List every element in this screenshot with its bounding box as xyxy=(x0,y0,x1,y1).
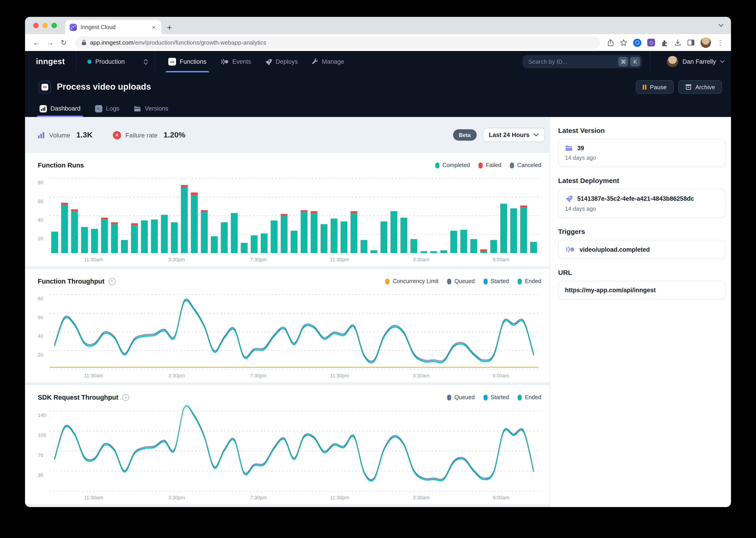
chart-title: Function Throughput xyxy=(38,278,104,285)
latest-deployment-time: 14 days ago xyxy=(565,206,719,212)
svg-text:11:30pm: 11:30pm xyxy=(330,257,349,262)
app-top-nav: inngest Production Functions Events xyxy=(25,51,731,72)
failure-x-icon xyxy=(113,131,121,139)
chevron-up-down-icon xyxy=(143,58,148,65)
svg-text:11:30am: 11:30am xyxy=(84,373,103,378)
bookmark-star-icon[interactable] xyxy=(620,39,627,46)
window-controls xyxy=(33,23,57,28)
function-runs-chart: 2040608011:30am3:30pm7:30pm11:30pm3:30am… xyxy=(38,173,541,264)
info-icon[interactable] xyxy=(109,278,115,285)
failure-rate-value: 1.20% xyxy=(164,131,185,139)
environment-switcher[interactable]: Production xyxy=(76,58,155,65)
pause-icon xyxy=(643,84,646,89)
legend-dot xyxy=(510,162,514,168)
nav-item-events[interactable]: Events xyxy=(213,51,258,72)
tab-logs[interactable]: Logs xyxy=(94,100,120,117)
svg-text:20: 20 xyxy=(38,352,43,357)
chart-legend: QueuedStartedEnded xyxy=(447,394,541,401)
svg-text:3:30pm: 3:30pm xyxy=(168,257,185,262)
legend-item-ended: Ended xyxy=(518,394,541,401)
chevron-down-icon xyxy=(720,60,725,63)
svg-text:7:30pm: 7:30pm xyxy=(250,257,266,262)
tab-search-chevron-icon[interactable] xyxy=(718,24,724,27)
cmd-key-badge: ⌘ xyxy=(618,57,629,67)
svg-text:3:30pm: 3:30pm xyxy=(168,373,185,378)
new-tab-button[interactable]: + xyxy=(167,23,172,32)
maximize-window-button[interactable] xyxy=(51,23,57,28)
triggers-group: Triggers video/upload.completed xyxy=(558,228,726,259)
svg-text:40: 40 xyxy=(38,217,43,223)
svg-text:9:00am: 9:00am xyxy=(493,495,509,501)
events-wave-icon xyxy=(220,58,229,65)
sidebar-panel-icon[interactable] xyxy=(687,39,694,46)
browser-toolbar: ← → ↻ app.inngest.com/env/production/fun… xyxy=(25,34,731,51)
time-range-dropdown[interactable]: Last 24 Hours xyxy=(482,128,545,142)
browser-window: Inngest Cloud × + ← → ↻ app.inngest.com/… xyxy=(25,17,731,507)
svg-text:70: 70 xyxy=(38,453,43,458)
extensions-puzzle-icon[interactable] xyxy=(661,39,668,46)
lock-icon xyxy=(81,40,86,45)
failure-rate-label: Failure rate xyxy=(125,131,158,138)
nav-item-functions[interactable]: Functions xyxy=(162,51,213,72)
latest-deployment-value: 5141387e-35c2-4efe-a421-4843b86258dc xyxy=(577,195,694,202)
volume-stat: Volume 1.3K xyxy=(38,131,93,139)
nav-item-deploys[interactable]: Deploys xyxy=(258,51,305,72)
pause-button[interactable]: Pause xyxy=(636,80,674,94)
legend-dot xyxy=(518,395,522,400)
password-manager-extension-icon[interactable] xyxy=(633,38,641,47)
k-key-badge: K xyxy=(630,57,640,67)
minimize-window-button[interactable] xyxy=(42,23,48,28)
url-card: https://my-app.com/api/inngest xyxy=(558,281,726,299)
tab-dashboard[interactable]: Dashboard xyxy=(39,100,81,117)
stats-bar: Volume 1.3K Failure rate 1.20% Beta Last… xyxy=(25,117,549,153)
trigger-event-name: video/upload.completed xyxy=(580,246,650,253)
svg-text:11:30pm: 11:30pm xyxy=(330,373,349,378)
legend-dot xyxy=(483,395,488,400)
browser-tab[interactable]: Inngest Cloud × xyxy=(65,20,162,34)
svg-text:3:30am: 3:30am xyxy=(413,257,429,262)
browser-profile-avatar[interactable] xyxy=(700,37,711,48)
forward-button[interactable]: → xyxy=(44,38,56,47)
svg-text:11:30am: 11:30am xyxy=(84,495,103,501)
latest-version-card: 39 14 days ago xyxy=(558,139,726,167)
address-bar[interactable]: app.inngest.com/env/production/functions… xyxy=(75,36,600,49)
close-window-button[interactable] xyxy=(33,23,39,28)
info-icon[interactable] xyxy=(122,394,129,401)
download-icon[interactable] xyxy=(674,39,682,46)
legend-dot xyxy=(479,162,483,168)
search-input[interactable]: Search by ID... ⌘ K xyxy=(523,55,642,68)
purple-extension-icon[interactable] xyxy=(647,39,655,46)
user-menu[interactable]: Dan Farrelly xyxy=(659,56,731,67)
manage-wrench-icon xyxy=(311,58,318,65)
svg-text:20: 20 xyxy=(38,236,43,242)
user-name: Dan Farrelly xyxy=(683,58,716,65)
functions-code-icon xyxy=(168,58,176,66)
version-folder-icon xyxy=(565,145,573,152)
svg-text:60: 60 xyxy=(38,198,43,204)
share-icon[interactable] xyxy=(607,39,614,46)
latest-deployment-group: Latest Deployment 5141387e-35c2-4efe-a42… xyxy=(558,177,726,218)
versions-folder-icon xyxy=(134,105,141,112)
inngest-logo[interactable]: inngest xyxy=(25,57,76,67)
sdk-request-throughput-section: SDK Request Throughput QueuedStartedEnde… xyxy=(25,385,549,504)
tab-close-icon[interactable]: × xyxy=(151,24,157,31)
browser-menu-icon[interactable]: ⋮ xyxy=(717,38,724,47)
archive-button[interactable]: Archive xyxy=(678,80,722,94)
screen: Inngest Cloud × + ← → ↻ app.inngest.com/… xyxy=(0,0,756,538)
svg-text:3:30am: 3:30am xyxy=(413,495,429,501)
legend-dot xyxy=(518,278,522,284)
deploys-rocket-icon xyxy=(265,58,272,65)
beta-badge: Beta xyxy=(453,129,477,141)
tab-versions[interactable]: Versions xyxy=(133,100,169,117)
nav-item-manage[interactable]: Manage xyxy=(305,51,351,72)
reload-button[interactable]: ↻ xyxy=(58,38,70,47)
svg-text:80: 80 xyxy=(38,180,43,186)
svg-text:7:30pm: 7:30pm xyxy=(250,495,266,501)
function-runs-section: Function Runs CompletedFailedCanceled 20… xyxy=(25,153,549,266)
back-button[interactable]: ← xyxy=(30,38,42,47)
dashboard-content: Volume 1.3K Failure rate 1.20% Beta Last… xyxy=(25,117,549,507)
legend-item-ended: Ended xyxy=(518,278,541,285)
user-avatar xyxy=(667,56,679,67)
svg-text:11:30am: 11:30am xyxy=(84,257,103,262)
sdk-request-throughput-chart: 357010514011:30am3:30pm7:30pm11:30pm3:30… xyxy=(38,405,541,502)
